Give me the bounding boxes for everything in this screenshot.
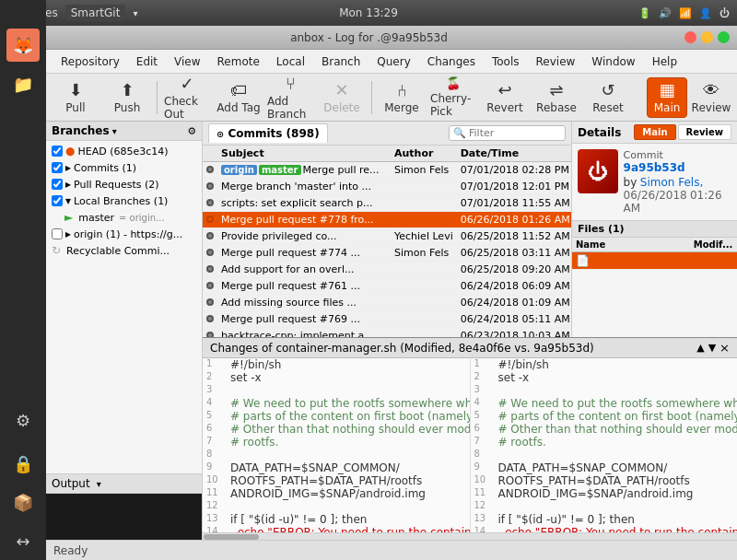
menu-remote[interactable]: Remote [210, 52, 267, 71]
package-icon[interactable]: 📦 [6, 485, 40, 519]
power-icon[interactable]: ⏻ [719, 7, 730, 19]
menu-help[interactable]: Help [645, 52, 684, 71]
diff-close-icon[interactable]: × [719, 341, 730, 355]
master-label: master [78, 212, 114, 224]
branch-item-commits[interactable]: ▸ Commits (1) [46, 159, 202, 176]
code-icon[interactable]: ↔ [6, 524, 40, 557]
tab-main[interactable]: Main [634, 124, 675, 140]
col-datetime: Date/Time [457, 146, 571, 162]
commit-graph-cell [203, 295, 217, 311]
details-label: Details [578, 126, 621, 139]
commit-info: Commit 9a95b53d by Simon Fels, 06/26/201… [624, 149, 731, 215]
diff-line: 8 [471, 449, 738, 461]
table-row[interactable]: Merge pull request #769 ...06/24/2018 05… [203, 311, 571, 328]
local-checkbox[interactable] [52, 195, 63, 206]
menu-local[interactable]: Local [269, 52, 312, 71]
menu-branch[interactable]: Branch [314, 52, 368, 71]
search-icon: 🔍 [453, 127, 466, 139]
branch-item-master[interactable]: ► master = origin... [46, 209, 202, 226]
table-row[interactable]: Add support for an overl...06/25/2018 09… [203, 262, 571, 278]
menu-edit[interactable]: Edit [129, 52, 165, 71]
files-header: Files (1) [572, 220, 737, 238]
diff-up-icon[interactable]: ▲ [696, 342, 704, 354]
delete-button[interactable]: ✕ Delete [318, 77, 366, 118]
menu-window[interactable]: Window [584, 52, 642, 71]
head-checkbox[interactable] [52, 146, 63, 157]
table-row[interactable]: Merge branch 'master' into ...07/01/2018… [203, 179, 571, 195]
col-author: Author [391, 146, 457, 162]
push-button[interactable]: ⬆ Push [103, 77, 151, 118]
commit-author-cell [391, 295, 457, 311]
reset-button[interactable]: ↺ Reset [584, 77, 632, 118]
table-row[interactable]: originmasterMerge pull re...Simon Fels07… [203, 162, 571, 179]
branches-settings-icon[interactable]: ⚙ [187, 125, 196, 137]
commit-hash[interactable]: 9a95b53d [624, 161, 731, 174]
cherrypick-button[interactable]: 🍒 Cherry-Pick [429, 77, 477, 118]
revert-button[interactable]: ↩ Revert [481, 77, 529, 118]
merge-button[interactable]: ⑃ Merge [378, 77, 426, 118]
origin-checkbox[interactable] [52, 228, 63, 239]
tab-review[interactable]: Review [678, 124, 731, 140]
file-row[interactable]: 📄 contain...ager.sh Modifi... [572, 252, 737, 270]
branches-dropdown-icon[interactable]: ▾ [112, 126, 117, 136]
diff-down-icon[interactable]: ▼ [708, 342, 716, 354]
table-row[interactable]: Merge pull request #774 ...Simon Fels06/… [203, 245, 571, 262]
menu-view[interactable]: View [167, 52, 207, 71]
checkout-button[interactable]: ✓ Check Out [163, 77, 211, 118]
diff-line: 13if [ "$(id -u)" != 0 ]; then [471, 513, 738, 526]
window-title: anbox - Log for .@9a95b53d [290, 31, 448, 44]
diff-scrollbar[interactable] [203, 532, 737, 540]
rebase-button[interactable]: ⇌ Rebase [532, 77, 580, 118]
branch-item-origin[interactable]: ▸ origin (1) - https://g... [46, 226, 202, 242]
merge-icon: ⑃ [397, 80, 407, 99]
pull-button[interactable]: ⬇ Pull [52, 77, 99, 118]
search-input[interactable] [469, 127, 561, 139]
lock-icon[interactable]: 🔒 [6, 447, 40, 480]
menu-query[interactable]: Query [369, 52, 417, 71]
menu-repository[interactable]: Repository [53, 52, 127, 71]
app-window: anbox - Log for .@9a95b53d Repository Ed… [46, 26, 737, 560]
commit-subject-cell: Merge pull request #769 ... [217, 311, 391, 328]
push-label: Push [114, 101, 141, 114]
inner-layout: anbox - Log for .@9a95b53d Repository Ed… [46, 26, 737, 560]
menu-tools[interactable]: Tools [485, 52, 527, 71]
branches-label: Branches [52, 124, 110, 137]
table-row[interactable]: scripts: set explicit search p...07/01/2… [203, 195, 571, 212]
table-row[interactable]: Merge pull request #778 fro...06/26/2018… [203, 212, 571, 228]
commit-subject-cell: Add missing source files ... [217, 295, 391, 311]
app-menu-arrow[interactable]: ▾ [133, 8, 137, 18]
firefox-icon[interactable]: 🦊 [6, 29, 40, 62]
review-view-button[interactable]: 👁 Review [691, 77, 731, 118]
col-subject: Subject [217, 146, 391, 162]
addbranch-button[interactable]: ⑂ Add Branch [266, 77, 314, 118]
diff-line: 5# parts of the content on first boot (n… [203, 410, 470, 423]
menu-review[interactable]: Review [529, 52, 583, 71]
commit-graph-cell [203, 179, 217, 195]
table-row[interactable]: backtrace-cpp: implement a ...06/23/2018… [203, 328, 571, 338]
body-area: Branches ▾ ⚙ ● HEAD (685e3c14) ▸ Commits… [46, 122, 737, 540]
cherrypick-label: Cherry-Pick [430, 92, 476, 118]
branch-item-local[interactable]: ▾ Local Branches (1) [46, 192, 202, 209]
settings-icon[interactable]: ⚙ [6, 403, 40, 437]
commits-tab[interactable]: ⊙ Commits (898) [208, 123, 328, 143]
files-icon[interactable]: 📁 [6, 67, 40, 100]
table-row[interactable]: Add missing source files ...06/24/2018 0… [203, 295, 571, 311]
commits-checkbox[interactable] [52, 162, 63, 173]
output-dropdown-icon[interactable]: ▾ [97, 479, 101, 489]
details-header: Details Main Review [572, 122, 737, 144]
main-view-button[interactable]: ▦ Main [647, 77, 687, 118]
pr-checkbox[interactable] [52, 179, 63, 190]
commit-graph-cell [203, 262, 217, 278]
maximize-button[interactable] [718, 31, 730, 43]
close-button[interactable] [684, 31, 696, 43]
branch-item-pullrequests[interactable]: ▸ Pull Requests (2) [46, 176, 202, 192]
branch-item-head[interactable]: ● HEAD (685e3c14) [46, 143, 202, 159]
commit-author[interactable]: Simon Fels, [640, 176, 703, 189]
commit-date: 06/26/2018 01:26 AM [624, 189, 731, 215]
table-row[interactable]: Provide privileged co...Yechiel Levi06/2… [203, 228, 571, 245]
table-row[interactable]: Merge pull request #761 ...06/24/2018 06… [203, 278, 571, 295]
menu-changes[interactable]: Changes [420, 52, 483, 71]
addtag-button[interactable]: 🏷 Add Tag [215, 77, 263, 118]
branch-item-recyclable[interactable]: ↻ Recyclable Commi... [46, 242, 202, 259]
minimize-button[interactable] [701, 31, 713, 43]
